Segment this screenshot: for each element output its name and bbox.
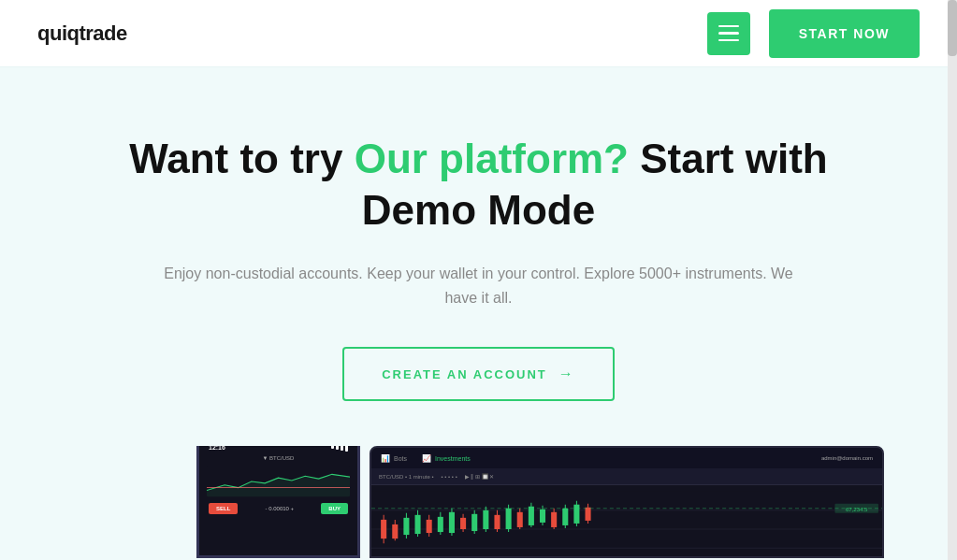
navbar: quiqtrade START NOW	[0, 0, 957, 67]
hamburger-menu-button[interactable]	[707, 12, 750, 55]
bots-tab-icon: 📊	[381, 454, 390, 463]
phone-sell-button: SELL	[209, 503, 238, 514]
phone-price-display: - 0.00010 +	[266, 506, 295, 511]
hamburger-line-2	[718, 32, 739, 35]
svg-text:67,234.5: 67,234.5	[846, 507, 868, 512]
hero-section: Want to try Our platform? Start with Dem…	[0, 67, 957, 560]
desktop-tab-bots: 📊 Bots	[381, 454, 407, 463]
toolbar-separator: • • • • •	[442, 474, 457, 480]
phone-pair-label: ▼ BTC/USD	[203, 453, 354, 463]
pair-label: BTC/USD • 1 minute •	[379, 474, 434, 480]
start-now-button[interactable]: START NOW	[769, 9, 920, 58]
hero-title-prefix: Want to try	[129, 136, 354, 181]
nav-right: START NOW	[707, 9, 920, 58]
user-info: admin@domain.com	[821, 455, 873, 461]
phone-status-bar: 12:16	[203, 446, 354, 453]
phone-time: 12:16	[209, 446, 225, 451]
desktop-chart-svg: 67,234.5	[371, 485, 882, 556]
investments-tab-icon: 📈	[422, 454, 431, 463]
bots-tab-label: Bots	[394, 455, 407, 462]
desktop-chart-main: BTC/USD • 1 minute • • • • • • ▶ ‖ ⊞ 🔲 ✕	[371, 468, 882, 556]
chart-toolbar: BTC/USD • 1 minute • • • • • • ▶ ‖ ⊞ 🔲 ✕	[371, 468, 882, 485]
phone-chart-area	[207, 465, 350, 497]
investments-tab-label: Investments	[435, 455, 471, 462]
phone-trading-buttons: SELL - 0.00010 + BUY	[203, 499, 354, 518]
phone-chart-svg	[207, 465, 350, 497]
hamburger-line-1	[718, 25, 739, 28]
cta-label: CREATE AN ACCOUNT	[382, 367, 547, 381]
desktop-mockup: 📊 Bots 📈 Investments admin@domain.com BT…	[370, 446, 884, 558]
scrollbar-thumb[interactable]	[948, 0, 957, 56]
hamburger-line-3	[718, 39, 739, 42]
hero-title-highlight: Our platform?	[355, 136, 629, 181]
desktop-topbar: 📊 Bots 📈 Investments admin@domain.com	[371, 448, 882, 468]
hero-subtitle: Enjoy non-custodial accounts. Keep your …	[161, 262, 797, 309]
phone-screen: 12:16 ▼ BTC/USD	[199, 446, 357, 555]
brand-logo: quiqtrade	[37, 22, 127, 46]
desktop-content-area: BTC/USD • 1 minute • • • • • • ▶ ‖ ⊞ 🔲 ✕	[371, 468, 882, 556]
desktop-tab-investments: 📈 Investments	[422, 454, 471, 463]
phone-signal-icon	[331, 446, 348, 452]
devices-preview-area: 12:16 ▼ BTC/USD	[37, 446, 920, 558]
phone-mockup: 12:16 ▼ BTC/USD	[196, 446, 360, 558]
create-account-button[interactable]: CREATE AN ACCOUNT →	[342, 347, 615, 401]
hero-title: Want to try Our platform? Start with Dem…	[114, 133, 844, 236]
toolbar-icons: ▶ ‖ ⊞ 🔲 ✕	[465, 473, 495, 480]
cta-arrow-icon: →	[558, 366, 575, 382]
phone-buy-button: BUY	[321, 503, 348, 514]
page-scrollbar[interactable]	[948, 0, 957, 560]
svg-rect-0	[371, 492, 882, 556]
phone-chart-line	[207, 487, 350, 488]
